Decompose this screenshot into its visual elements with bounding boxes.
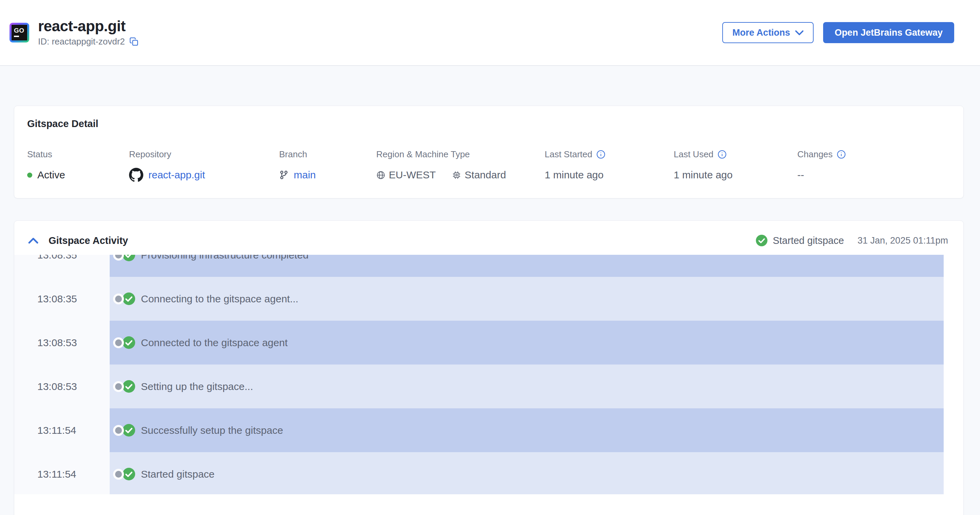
more-actions-label: More Actions	[732, 27, 790, 38]
log-message: Provisioning infrastructure completed	[141, 255, 309, 261]
activity-log[interactable]: 13:08:35 Provisioning infrastructure com…	[14, 255, 943, 494]
latest-event: Started gitspace 31 Jan, 2025 01:11pm	[756, 235, 948, 246]
chevron-down-icon	[795, 30, 803, 35]
activity-card-title: Gitspace Activity	[49, 235, 128, 246]
region-pair: EU-WEST	[376, 169, 436, 181]
goland-logo-underscore	[14, 36, 19, 37]
info-icon[interactable]	[718, 150, 727, 159]
goland-logo-icon: GO	[10, 23, 29, 43]
globe-icon	[376, 171, 385, 180]
last-used-value: 1 minute ago	[674, 169, 732, 181]
field-status: Status Active	[27, 149, 129, 183]
goland-logo-text: GO	[14, 27, 24, 33]
git-branch-icon	[279, 170, 289, 180]
gitspace-detail-card: Gitspace Detail Status Active Repository…	[14, 106, 964, 198]
field-changes: Changes --	[797, 149, 950, 183]
field-region-machine: Region & Machine Type EU-WEST	[376, 149, 545, 183]
check-circle-icon	[756, 235, 767, 246]
check-circle-icon	[123, 380, 135, 393]
log-timestamp: 13:11:54	[14, 408, 110, 452]
info-icon[interactable]	[837, 150, 846, 159]
chevron-up-icon	[28, 238, 38, 244]
last-started-value: 1 minute ago	[545, 169, 603, 181]
field-last-started: Last Started 1 minute ago	[545, 149, 674, 183]
open-jetbrains-gateway-button[interactable]: Open JetBrains Gateway	[823, 22, 954, 43]
gitspace-id: ID: reactappgit-zovdr2	[38, 36, 125, 47]
status-value: Active	[37, 169, 65, 181]
collapse-activity-button[interactable]	[28, 238, 38, 244]
log-message: Connected to the gitspace agent	[141, 337, 288, 349]
more-actions-button[interactable]: More Actions	[722, 22, 814, 43]
log-timestamp: 13:08:53	[14, 365, 110, 408]
log-row: 13:08:53 Setting up the gitspace...	[14, 365, 943, 408]
repository-label: Repository	[129, 149, 279, 159]
repository-link[interactable]: react-app.git	[148, 169, 205, 181]
timeline-dot-icon	[115, 383, 122, 390]
latest-event-text: Started gitspace	[773, 235, 844, 246]
header-actions: More Actions Open JetBrains Gateway	[722, 22, 954, 43]
check-circle-icon	[123, 255, 135, 261]
log-message: Setting up the gitspace...	[141, 381, 253, 392]
goland-logo-inner: GO	[11, 25, 27, 40]
detail-card-title: Gitspace Detail	[27, 118, 950, 129]
field-repository: Repository react-app.git	[129, 149, 279, 183]
last-used-label: Last Used	[674, 149, 713, 159]
activity-log-list: 13:08:35 Provisioning infrastructure com…	[14, 255, 943, 494]
check-circle-icon	[123, 336, 135, 349]
log-row: 13:08:53 Connected to the gitspace agent	[14, 321, 943, 365]
log-timestamp: 13:11:54	[14, 452, 110, 494]
gitspace-id-row: ID: reactappgit-zovdr2	[38, 36, 138, 47]
changes-value: --	[797, 169, 804, 181]
status-label: Status	[27, 149, 129, 159]
timeline-dot-icon	[115, 295, 122, 302]
region-value: EU-WEST	[389, 169, 436, 181]
check-circle-icon	[123, 468, 135, 480]
activity-header: Gitspace Activity Started gitspace 31 Ja…	[14, 221, 963, 255]
check-circle-icon	[123, 292, 135, 305]
github-icon	[129, 168, 143, 182]
title-block: react-app.git ID: reactappgit-zovdr2	[38, 18, 138, 47]
log-row: 13:11:54 Started gitspace	[14, 452, 943, 494]
latest-event-timestamp: 31 Jan, 2025 01:11pm	[858, 235, 948, 246]
copy-icon[interactable]	[129, 37, 138, 46]
log-row: 13:08:35 Connecting to the gitspace agen…	[14, 277, 943, 321]
check-circle-icon	[123, 424, 135, 437]
last-started-label: Last Started	[545, 149, 592, 159]
machine-pair: Standard	[452, 169, 506, 181]
log-row: 13:11:54 Successfully setup the gitspace	[14, 408, 943, 452]
timeline-dot-icon	[115, 471, 122, 478]
page-header: GO react-app.git ID: reactappgit-zovdr2 …	[0, 0, 980, 66]
log-message: Started gitspace	[141, 469, 215, 480]
field-last-used: Last Used 1 minute ago	[674, 149, 797, 183]
info-icon[interactable]	[596, 150, 605, 159]
page-title: react-app.git	[38, 18, 138, 34]
field-branch: Branch main	[279, 149, 376, 183]
branch-link[interactable]: main	[294, 169, 316, 181]
machine-type-value: Standard	[465, 169, 506, 181]
log-timestamp: 13:08:53	[14, 321, 110, 365]
log-timestamp: 13:08:35	[14, 277, 110, 321]
timeline-dot-icon	[115, 340, 122, 346]
log-message: Successfully setup the gitspace	[141, 425, 283, 436]
gitspace-activity-card: Gitspace Activity Started gitspace 31 Ja…	[14, 220, 964, 515]
branch-label: Branch	[279, 149, 376, 159]
chip-icon	[452, 171, 461, 180]
log-row: 13:08:35 Provisioning infrastructure com…	[14, 255, 943, 277]
detail-fields: Status Active Repository react-app.git B…	[27, 149, 950, 183]
changes-label: Changes	[797, 149, 833, 159]
timeline-dot-icon	[115, 427, 122, 434]
log-timestamp: 13:08:35	[14, 255, 110, 277]
region-machine-label: Region & Machine Type	[376, 149, 545, 159]
status-dot-icon	[27, 172, 32, 178]
log-message: Connecting to the gitspace agent...	[141, 293, 299, 305]
